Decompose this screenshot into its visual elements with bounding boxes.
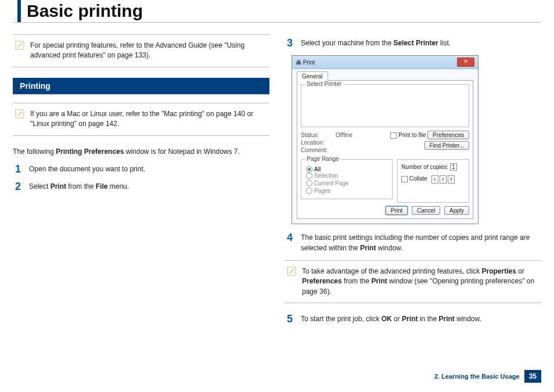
close-button[interactable]: ✕ [457,57,474,67]
radio-selection[interactable]: Selection [306,172,338,179]
note-text: For special printing features, refer to … [30,41,267,61]
title-accent [17,0,21,22]
group-select-printer: Select Printer [305,81,343,87]
section-header-printing: Printing [13,78,269,95]
step-1: 1 Open the document you want to print. [13,164,269,174]
note-text: To take advantage of the advanced printi… [302,267,539,297]
label-location: Location: [301,139,331,146]
step-number: 3 [285,38,293,48]
text: window is for Notepad in Windows 7. [124,148,239,156]
step-number: 4 [285,232,293,243]
note-advanced-guide: For special printing features, refer to … [13,34,269,67]
apply-button[interactable]: Apply [444,206,469,215]
step-text: Open the document you want to print. [29,164,269,174]
intro-paragraph: The following Printing Preferences windo… [13,146,269,157]
print-dialog: 🖶 Print ✕ General Select Printer Status:… [292,55,479,224]
step-text: The basic print settings including the n… [301,232,541,253]
copies-input[interactable]: 1 [450,163,457,171]
chapter-label: 2. Learning the Basic Usage [434,373,520,380]
checkbox-print-to-file[interactable] [390,132,397,139]
step-number: 5 [285,314,293,324]
step-number: 2 [13,181,21,192]
note-advanced-properties: To take advantage of the advanced printi… [285,260,541,303]
label-comment: Comment: [301,147,331,153]
print-button[interactable]: Print [386,206,408,215]
pencil-icon [287,267,296,276]
note-mac-linux: If you are a Mac or Linux user, refer to… [13,103,269,136]
page-title-bar: Basic printing [13,0,541,23]
page-number: 35 [524,370,541,383]
step-text: Select Print from the File menu. [29,181,269,192]
step-4: 4 The basic print settings including the… [285,232,541,253]
checkbox-collate[interactable] [401,176,408,182]
text: The following [13,148,56,156]
cancel-button[interactable]: Cancel [412,206,440,215]
step-2: 2 Select Print from the File menu. [13,181,269,192]
step-5: 5 To start the print job, click OK or Pr… [285,314,541,324]
step-text: To start the print job, click OK or Prin… [301,314,541,324]
step-number: 1 [13,164,21,174]
page-footer: 2. Learning the Basic Usage 35 [434,370,541,383]
label-copies: Number of copies: [401,164,448,170]
step-3: 3 Select your machine from the Select Pr… [285,38,541,48]
collate-icon: 123 [431,175,455,184]
dialog-title: Print [303,59,315,66]
printer-icon: 🖶 Print [296,59,315,66]
preferences-button[interactable]: Preferences [427,131,469,139]
pencil-icon [15,41,24,50]
text-bold: Printing Preferences [56,148,124,156]
value-status: Offline [336,132,352,138]
radio-all[interactable]: All [306,166,321,172]
label-collate: Collate [409,175,427,182]
group-page-range: Page Range [305,156,341,162]
radio-pages[interactable]: Pages [306,188,330,194]
note-text: If you are a Mac or Linux user, refer to… [30,109,267,130]
tab-general[interactable]: General [297,71,328,81]
find-printer-button[interactable]: Find Printer... [425,141,469,150]
pencil-icon [15,109,24,118]
radio-current-page[interactable]: Current Page [306,180,348,186]
label-status: Status: [301,132,331,138]
dialog-titlebar: 🖶 Print ✕ [292,56,478,69]
page-title: Basic printing [27,1,143,21]
label-print-to-file: Print to file [398,132,426,138]
step-text: Select your machine from the Select Prin… [301,38,541,48]
